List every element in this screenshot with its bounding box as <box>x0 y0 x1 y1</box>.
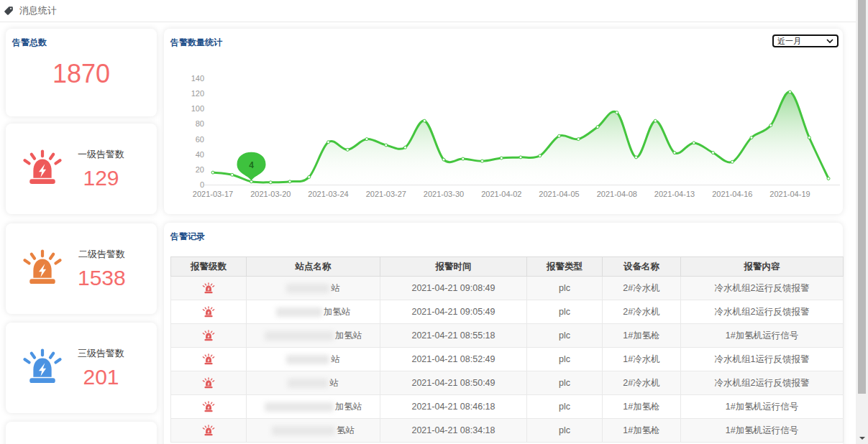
level2-alarms-card: 二级告警数 1538 <box>6 223 157 314</box>
svg-text:0: 0 <box>200 180 204 189</box>
level3-value: 201 <box>83 365 119 389</box>
scroll-down-button[interactable] <box>856 432 868 444</box>
total-alarms-value: 1870 <box>6 59 157 89</box>
col-alarm-time: 报警时间 <box>380 257 527 277</box>
redacted-station-text <box>265 331 334 341</box>
alarm-trend-card: 告警数量统计 近一月 0204060801001201402021-03-172… <box>164 29 843 214</box>
svg-text:2021-03-30: 2021-03-30 <box>424 190 464 198</box>
alarm-content-cell: 1#加氢机运行信号 <box>681 395 844 419</box>
alarm-content-cell: 1#加氢机运行信号 <box>681 324 844 348</box>
arrow-down-icon <box>859 437 865 443</box>
svg-text:2021-03-27: 2021-03-27 <box>366 190 406 198</box>
redacted-station-text <box>276 307 322 317</box>
svg-text:2021-03-20: 2021-03-20 <box>250 190 291 198</box>
col-device-name: 设备名称 <box>603 257 681 277</box>
svg-text:2021-03-24: 2021-03-24 <box>308 190 348 198</box>
alarm-type-cell: plc <box>527 300 603 324</box>
alarm-content-cell: 冷水机组1运行反馈报警 <box>681 348 844 371</box>
alarm-type-cell: plc <box>527 277 603 300</box>
col-station-name: 站点名称 <box>247 257 380 277</box>
station-cell: 加氢站 <box>247 324 380 348</box>
svg-text:2021-03-17: 2021-03-17 <box>193 190 233 198</box>
col-alarm-content: 报警内容 <box>681 257 844 277</box>
tag-icon <box>4 6 14 16</box>
siren-icon <box>23 348 62 387</box>
col-alarm-level: 报警级数 <box>171 257 247 277</box>
device-cell: 2#冷水机 <box>603 371 681 395</box>
alarm-level-cell <box>171 395 247 419</box>
vertical-scrollbar[interactable] <box>856 0 868 444</box>
level1-alarms-card: 一级告警数 129 <box>6 124 157 214</box>
station-cell: 站 <box>247 348 380 371</box>
device-cell: 2#冷水机 <box>603 277 681 300</box>
alarm-siren-icon <box>202 425 215 437</box>
svg-text:2021-04-13: 2021-04-13 <box>654 190 695 198</box>
alarm-level-cell <box>171 324 247 348</box>
col-alarm-type: 报警类型 <box>527 257 603 277</box>
alarm-siren-icon <box>202 282 215 295</box>
station-suffix: 站 <box>331 354 340 364</box>
table-row: 站2021-04-21 08:50:49plc2#冷水机冷水机组2运行反馈报警 <box>171 371 844 395</box>
alarm-level-cell <box>171 277 247 300</box>
svg-text:2021-04-05: 2021-04-05 <box>539 190 579 198</box>
table-row: 加氢站2021-04-21 08:55:18plc1#加氢枪1#加氢机运行信号 <box>171 324 844 348</box>
alarm-time-cell: 2021-04-21 08:34:18 <box>380 419 527 443</box>
level3-label: 三级告警数 <box>78 347 124 360</box>
station-cell: 加氢站 <box>247 395 380 419</box>
station-cell: 氢站 <box>247 419 380 443</box>
device-cell: 1#加氢枪 <box>603 324 681 348</box>
svg-text:20: 20 <box>196 165 204 174</box>
alarm-type-cell: plc <box>527 419 603 443</box>
device-cell: 1#加氢枪 <box>603 395 681 419</box>
alarm-time-cell: 2021-04-21 08:50:49 <box>380 371 527 395</box>
alarm-siren-icon <box>202 353 215 366</box>
alarm-time-cell: 2021-04-21 08:55:18 <box>380 324 527 348</box>
redacted-station-text <box>286 284 329 293</box>
svg-text:100: 100 <box>191 104 204 113</box>
table-row: 站2021-04-21 08:52:49plc1#冷水机冷水机组1运行反馈报警 <box>171 348 844 371</box>
table-row: 氢站2021-04-21 08:34:18plc1#加氢枪1#加氢机运行信号 <box>171 419 844 443</box>
table-row: 加氢站2021-04-21 08:46:18plc1#加氢枪1#加氢机运行信号 <box>171 395 844 419</box>
table-header-row: 报警级数 站点名称 报警时间 报警类型 设备名称 报警内容 <box>171 257 844 277</box>
level1-label: 一级告警数 <box>78 148 124 161</box>
alarm-level-cell <box>171 419 247 443</box>
alarm-records-card: 告警记录 报警级数 站点名称 报警时间 报警类型 设备名称 报警内容 站2021… <box>164 223 843 444</box>
level2-value: 1538 <box>78 266 126 290</box>
alarm-siren-icon <box>202 401 215 413</box>
svg-text:2021-04-16: 2021-04-16 <box>712 190 752 198</box>
alarm-time-cell: 2021-04-21 09:08:49 <box>380 277 527 300</box>
svg-text:140: 140 <box>191 74 204 83</box>
svg-text:120: 120 <box>191 89 204 98</box>
station-cell: 站 <box>247 277 380 300</box>
total-alarms-label: 告警总数 <box>12 37 47 49</box>
device-cell: 2#冷水机 <box>603 300 681 324</box>
station-suffix: 加氢站 <box>335 402 362 412</box>
redacted-station-text <box>265 402 334 412</box>
alarm-time-cell: 2021-04-21 08:52:49 <box>380 348 527 371</box>
device-cell: 1#冷水机 <box>603 348 681 371</box>
scrollbar-thumb[interactable] <box>858 0 866 394</box>
svg-text:40: 40 <box>196 150 204 159</box>
table-title: 告警记录 <box>170 231 205 243</box>
svg-text:80: 80 <box>196 119 204 128</box>
station-suffix: 站 <box>331 283 340 293</box>
alarm-records-table: 报警级数 站点名称 报警时间 报警类型 设备名称 报警内容 站2021-04-2… <box>170 256 844 443</box>
station-cell: 站 <box>247 371 380 395</box>
station-suffix: 站 <box>329 378 339 388</box>
alarm-siren-icon <box>202 377 215 389</box>
siren-icon <box>23 149 62 188</box>
alarm-level-cell <box>171 300 247 324</box>
station-cell: 加氢站 <box>247 300 380 324</box>
total-alarms-card: 告警总数 1870 <box>6 29 157 116</box>
table-row: 站2021-04-21 09:08:49plc2#冷水机冷水机组2运行反馈报警 <box>171 277 844 300</box>
station-suffix: 加氢站 <box>324 307 351 317</box>
alarm-level-cell <box>171 348 247 371</box>
redacted-station-text <box>272 426 335 435</box>
alarm-time-cell: 2021-04-21 09:05:49 <box>380 300 527 324</box>
level3-alarms-card: 三级告警数 201 <box>6 323 157 413</box>
redacted-station-text <box>288 379 328 388</box>
siren-icon <box>23 249 62 288</box>
alarm-content-cell: 冷水机组2运行反馈报警 <box>681 371 844 395</box>
top-bar: 消息统计 <box>0 0 856 22</box>
alarm-trend-chart[interactable]: 0204060801001201402021-03-172021-03-2020… <box>164 29 843 214</box>
